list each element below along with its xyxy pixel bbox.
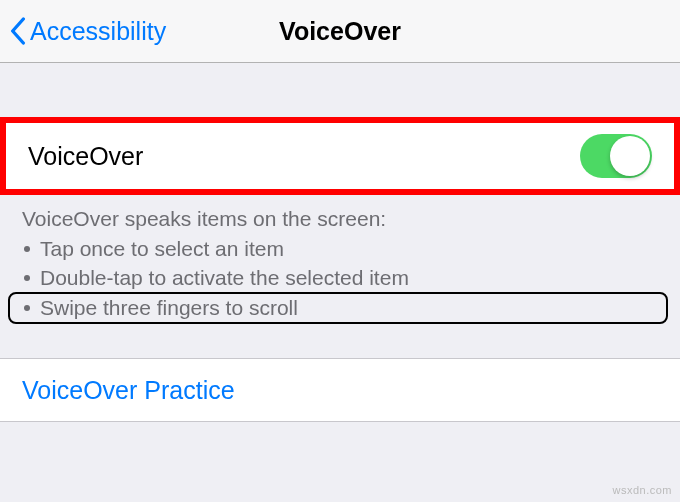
page-title: VoiceOver [279, 17, 401, 46]
switch-knob [610, 136, 650, 176]
bullet-icon [24, 246, 30, 252]
description-item: Double-tap to activate the selected item [22, 264, 658, 292]
navigation-bar: Accessibility VoiceOver [0, 0, 680, 63]
voiceover-practice-label: VoiceOver Practice [22, 376, 235, 405]
description-item-focused: Swipe three fingers to scroll [8, 292, 668, 324]
voiceover-toggle-label: VoiceOver [28, 142, 143, 171]
voiceover-switch[interactable] [580, 134, 652, 178]
bullet-icon [24, 305, 30, 311]
back-button[interactable]: Accessibility [0, 17, 166, 46]
bullet-icon [24, 275, 30, 281]
description-heading: VoiceOver speaks items on the screen: [22, 205, 658, 233]
voiceover-description: VoiceOver speaks items on the screen: Ta… [0, 195, 680, 324]
chevron-left-icon [10, 17, 26, 45]
voiceover-practice-row[interactable]: VoiceOver Practice [0, 358, 680, 422]
back-label: Accessibility [30, 17, 166, 46]
voiceover-toggle-highlight: VoiceOver [0, 117, 680, 195]
watermark: wsxdn.com [612, 484, 672, 496]
description-item: Tap once to select an item [22, 235, 658, 263]
voiceover-toggle-row[interactable]: VoiceOver [6, 123, 674, 189]
